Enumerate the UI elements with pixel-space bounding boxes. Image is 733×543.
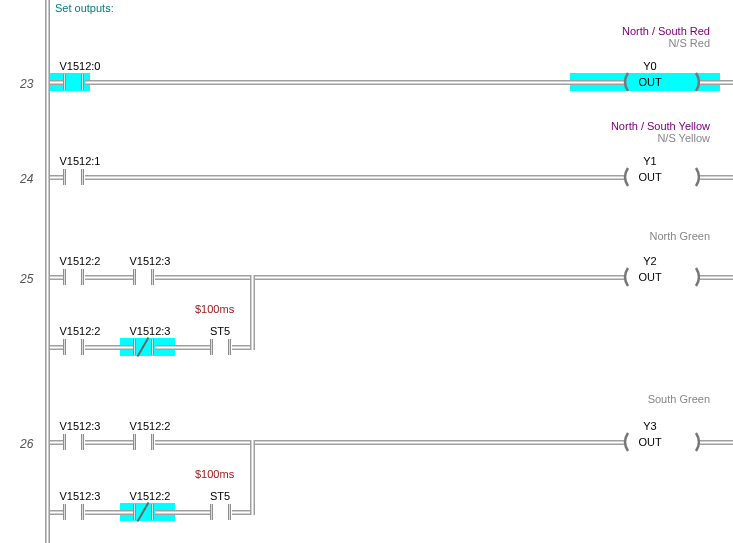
coil-comment-r23: North / South Red N/S Red: [560, 25, 710, 49]
wire: [85, 345, 133, 350]
wire: [155, 345, 210, 350]
wire: [85, 80, 625, 85]
rung-number-23: 23: [20, 77, 33, 91]
wire: [700, 440, 733, 445]
rung-number-25: 25: [20, 272, 33, 286]
branch-wire: [250, 275, 255, 350]
contact-label: V1512:3: [120, 255, 180, 267]
coil-comment-r26: South Green: [560, 393, 710, 405]
coil-subtitle: N/S Yellow: [560, 132, 710, 144]
contact-label: V1512:2: [120, 490, 180, 502]
contact-label: V1512:3: [50, 420, 110, 432]
coil-title: South Green: [560, 393, 710, 405]
wire: [85, 175, 625, 180]
wire: [155, 440, 625, 445]
wire: [232, 345, 252, 350]
contact-label: ST5: [195, 490, 245, 502]
contact-label: V1512:2: [50, 255, 110, 267]
coil-title: North Green: [560, 230, 710, 242]
timer-value: $100ms: [195, 468, 234, 480]
rung-number-26: 26: [20, 437, 33, 451]
wire: [85, 510, 133, 515]
wire: [700, 275, 733, 280]
wire: [85, 440, 133, 445]
wire: [85, 275, 133, 280]
branch-wire: [250, 440, 255, 515]
contact-label: V1512:3: [50, 490, 110, 502]
contact-label: V1512:2: [120, 420, 180, 432]
wire: [155, 510, 210, 515]
wire: [232, 510, 252, 515]
rung-number-24: 24: [20, 172, 33, 186]
contact-label: V1512:0: [50, 60, 110, 72]
wire: [700, 80, 733, 85]
coil-op: OUT: [625, 436, 675, 448]
coil-title: North / South Yellow: [560, 120, 710, 132]
coil-comment-r25: North Green: [560, 230, 710, 242]
wire: [155, 275, 625, 280]
contact-label: V1512:3: [120, 325, 180, 337]
coil-op: OUT: [625, 171, 675, 183]
coil-title: North / South Red: [560, 25, 710, 37]
coil-op: OUT: [625, 271, 675, 283]
contact-label: V1512:1: [50, 155, 110, 167]
coil-op: OUT: [625, 76, 675, 88]
coil-subtitle: N/S Red: [560, 37, 710, 49]
timer-value: $100ms: [195, 303, 234, 315]
wire: [700, 175, 733, 180]
set-outputs-label: Set outputs:: [55, 2, 114, 14]
contact-label: V1512:2: [50, 325, 110, 337]
contact-label: ST5: [195, 325, 245, 337]
coil-comment-r24: North / South Yellow N/S Yellow: [560, 120, 710, 144]
